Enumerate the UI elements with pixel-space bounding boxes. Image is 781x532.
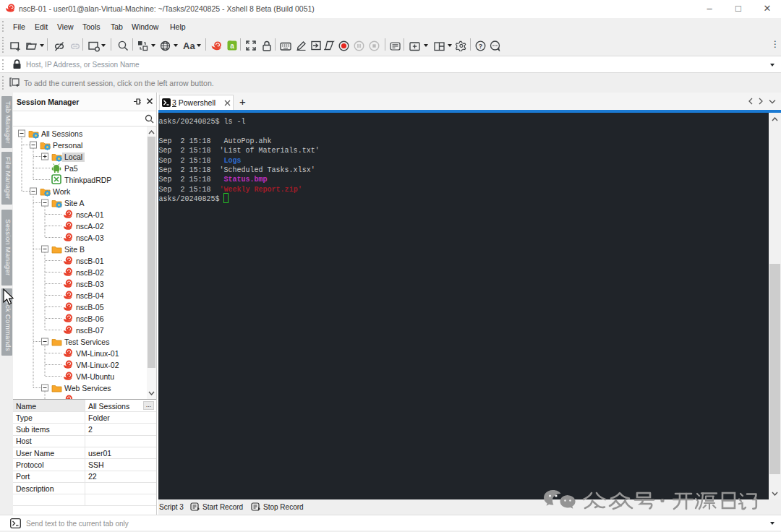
svg-text:?: ? (479, 43, 483, 50)
svg-text:a: a (230, 42, 234, 50)
